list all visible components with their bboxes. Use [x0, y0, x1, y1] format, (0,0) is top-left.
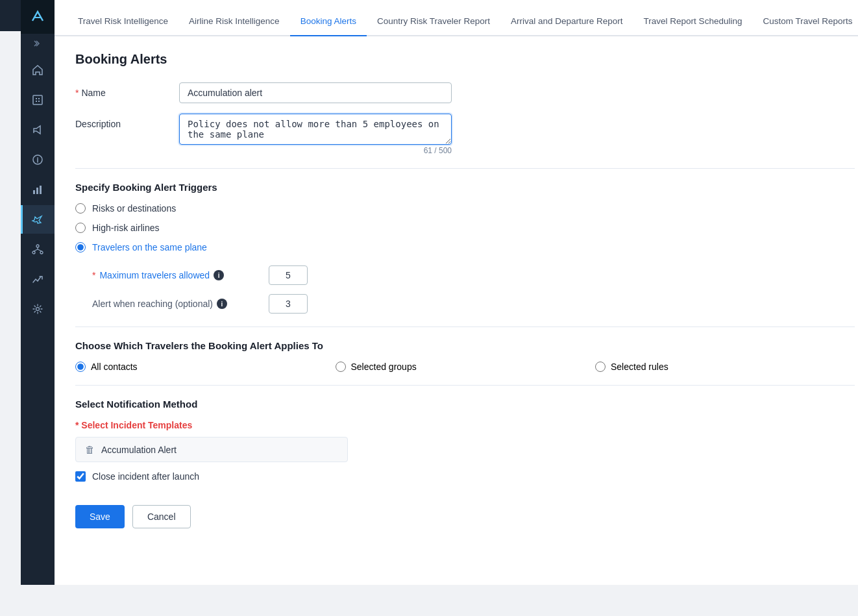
sidebar-item-plane[interactable] [21, 205, 55, 234]
divider-2 [75, 326, 855, 327]
cancel-button[interactable]: Cancel [132, 505, 191, 528]
close-incident-row: Close incident after launch [75, 471, 855, 482]
notification-section-title: Select Notification Method [75, 399, 855, 410]
sidebar-item-network[interactable] [21, 235, 55, 264]
radio-travelers-same-plane[interactable]: Travelers on the same plane [75, 242, 855, 253]
tab-travel-report-scheduling[interactable]: Travel Report Scheduling [633, 16, 753, 36]
char-count: 61 / 500 [179, 146, 452, 155]
traveler-radio-group: All contacts Selected groups Selected ru… [75, 362, 855, 372]
tab-arrival-departure[interactable]: Arrival and Departure Report [500, 16, 633, 36]
max-travelers-row: * Maximum travelers allowed i [92, 265, 855, 285]
name-field-row: *Name [75, 82, 855, 103]
radio-label-high-risk-airlines: High-risk airlines [92, 223, 159, 233]
divider-3 [75, 385, 855, 386]
name-required-star: * [75, 88, 79, 98]
action-buttons: Save Cancel [75, 505, 855, 528]
close-incident-checkbox[interactable] [75, 471, 86, 482]
svg-rect-0 [33, 95, 42, 105]
logo [21, 0, 55, 34]
alert-reaching-input[interactable] [269, 294, 308, 314]
description-field-row: Description Policy does not allow more t… [75, 114, 855, 155]
radio-input-selected-rules[interactable] [595, 362, 606, 372]
tab-custom-travel-reports[interactable]: Custom Travel Reports [752, 16, 858, 36]
svg-point-7 [40, 251, 43, 254]
top-nav: Travel Risk Intelligence Airline Risk In… [55, 0, 858, 36]
name-input[interactable] [179, 82, 452, 103]
tab-country-risk[interactable]: Country Risk Traveler Report [367, 16, 500, 36]
description-label: Description [75, 114, 179, 129]
svg-point-6 [32, 251, 35, 254]
radio-label-risks-destinations: Risks or destinations [92, 203, 176, 214]
sidebar-item-home[interactable] [21, 56, 55, 84]
trigger-sub-fields: * Maximum travelers allowed i Alert when… [92, 265, 855, 314]
divider-1 [75, 168, 855, 169]
sidebar-item-settings[interactable] [21, 295, 55, 323]
sidebar-item-megaphone[interactable] [21, 116, 55, 144]
radio-input-selected-groups[interactable] [336, 362, 346, 372]
max-travelers-info-icon[interactable]: i [214, 270, 224, 280]
tab-travel-risk[interactable]: Travel Risk Intelligence [67, 16, 178, 36]
radio-input-risks-destinations[interactable] [75, 203, 86, 214]
alert-reaching-label: Alert when reaching (optional) i [92, 299, 261, 309]
radio-label-selected-rules: Selected rules [611, 362, 668, 372]
template-required-label: * Select Incident Templates [75, 420, 855, 430]
trash-icon[interactable]: 🗑 [85, 444, 95, 455]
radio-label-selected-groups: Selected groups [351, 362, 417, 372]
radio-input-travelers-same-plane[interactable] [75, 242, 86, 253]
page-title: Booking Alerts [75, 52, 855, 67]
trigger-radio-group: Risks or destinations High-risk airlines… [75, 203, 855, 253]
template-list: 🗑 Accumulation Alert [75, 437, 348, 462]
template-item-accumulation-alert: 🗑 Accumulation Alert [76, 437, 347, 462]
tab-airline-risk[interactable]: Airline Risk Intelligence [178, 16, 290, 36]
radio-high-risk-airlines[interactable]: High-risk airlines [75, 223, 855, 233]
content-area: Booking Alerts *Name Description Policy … [55, 36, 858, 585]
sidebar-item-info[interactable] [21, 145, 55, 174]
svg-rect-3 [36, 188, 38, 194]
svg-point-8 [36, 308, 40, 311]
radio-label-travelers-same-plane: Travelers on the same plane [92, 242, 207, 253]
template-name: Accumulation Alert [101, 445, 177, 455]
max-travelers-label: * Maximum travelers allowed i [92, 270, 261, 280]
close-incident-label: Close incident after launch [92, 471, 199, 482]
sidebar [21, 0, 55, 585]
radio-all-contacts[interactable]: All contacts [75, 362, 336, 372]
sidebar-item-building[interactable] [21, 86, 55, 114]
triggers-section-title: Specify Booking Alert Triggers [75, 182, 855, 193]
max-travelers-input[interactable] [269, 265, 308, 285]
radio-input-all-contacts[interactable] [75, 362, 86, 372]
sidebar-nav [21, 56, 55, 323]
travelers-section-title: Choose Which Travelers the Booking Alert… [75, 340, 855, 351]
svg-rect-4 [40, 186, 42, 194]
main-content: Travel Risk Intelligence Airline Risk In… [55, 0, 858, 585]
sidebar-expand[interactable] [21, 34, 55, 53]
radio-selected-groups[interactable]: Selected groups [336, 362, 596, 372]
tab-booking-alerts[interactable]: Booking Alerts [290, 16, 367, 36]
sidebar-item-chart[interactable] [21, 175, 55, 204]
alert-reaching-row: Alert when reaching (optional) i [92, 294, 855, 314]
save-button[interactable]: Save [75, 505, 125, 528]
radio-selected-rules[interactable]: Selected rules [595, 362, 855, 372]
radio-input-high-risk-airlines[interactable] [75, 223, 86, 233]
alert-reaching-info-icon[interactable]: i [217, 299, 227, 309]
radio-risks-destinations[interactable]: Risks or destinations [75, 203, 855, 214]
description-textarea[interactable]: Policy does not allow more than 5 employ… [179, 114, 452, 145]
svg-point-5 [36, 245, 39, 247]
radio-label-all-contacts: All contacts [91, 362, 138, 372]
sidebar-item-trend[interactable] [21, 265, 55, 293]
svg-rect-2 [33, 190, 35, 194]
top-bar [0, 0, 21, 31]
name-label: *Name [75, 82, 179, 98]
